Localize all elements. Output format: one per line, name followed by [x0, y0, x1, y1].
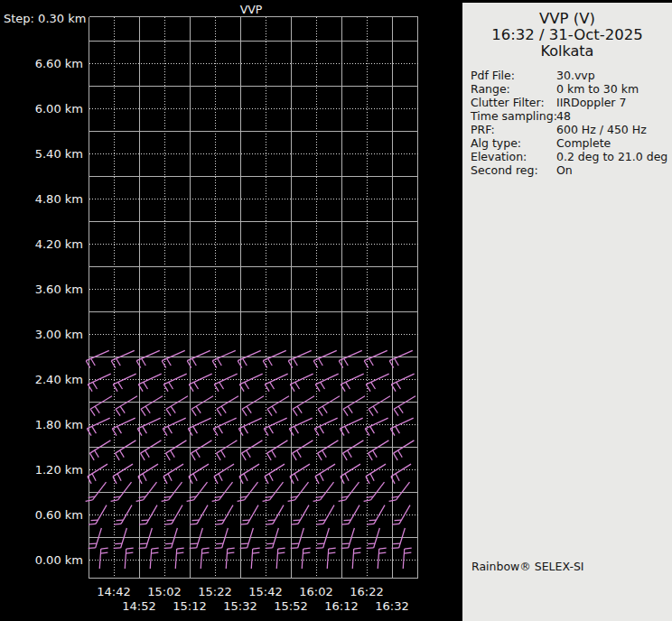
- wind-barb: [242, 440, 263, 460]
- wind-barb: [116, 396, 137, 416]
- x-axis-label: 15:22: [198, 585, 231, 598]
- wind-barb: [316, 528, 330, 548]
- wind-barb: [264, 418, 286, 436]
- wind-barb: [364, 482, 385, 501]
- wind-barb: [240, 528, 254, 548]
- detail-label: Elevation:: [471, 150, 556, 163]
- y-axis-label: 5.40 km: [5, 147, 83, 161]
- panel-details: Pdf File:30.vvpRange:0 km to 30 kmClutte…: [462, 69, 672, 177]
- wind-barb: [114, 528, 127, 548]
- y-axis-label: 0.60 km: [5, 508, 83, 522]
- wind-barb: [389, 350, 413, 367]
- wind-barb: [313, 482, 334, 501]
- wind-barb: [343, 440, 364, 460]
- wind-barb: [288, 350, 312, 367]
- detail-value: 48: [556, 109, 571, 123]
- panel-timestamp: 16:32 / 31-Oct-2025: [462, 27, 672, 43]
- vvp-wind-profile-chart: [0, 0, 462, 621]
- detail-label: Second reg:: [471, 163, 556, 177]
- y-axis-label: 1.80 km: [5, 418, 83, 431]
- wind-barb: [111, 482, 132, 501]
- wind-barb: [163, 418, 185, 436]
- wind-barb: [242, 396, 264, 416]
- y-axis-label: 6.00 km: [5, 102, 83, 116]
- wind-barb: [137, 418, 160, 436]
- wind-barb: [341, 528, 355, 548]
- wind-barb: [339, 350, 362, 367]
- wind-barb: [188, 418, 210, 436]
- wind-barb: [112, 418, 135, 436]
- detail-value: IIRDoppler 7: [556, 96, 626, 109]
- wind-barb: [366, 464, 386, 484]
- detail-row: Time sampling:48: [471, 109, 672, 123]
- wind-barb: [341, 374, 363, 391]
- x-axis-label: 15:52: [274, 599, 307, 613]
- detail-row: Alg type:Complete: [471, 136, 672, 150]
- wind-barb: [191, 440, 212, 460]
- wind-barb: [214, 374, 237, 391]
- y-axis-label: 6.60 km: [5, 57, 83, 70]
- y-axis-label: 2.40 km: [5, 373, 83, 386]
- y-axis-label: 1.20 km: [5, 463, 83, 477]
- brand-footer: Rainbow® SELEX-SI: [471, 560, 584, 573]
- wind-barb: [239, 374, 262, 391]
- wind-barb: [313, 350, 337, 367]
- wind-barb: [343, 396, 365, 416]
- wind-barb: [263, 482, 284, 501]
- wind-barb: [141, 440, 162, 460]
- wind-barb: [162, 482, 182, 501]
- detail-label: Time sampling:: [471, 109, 556, 123]
- y-axis-label: 3.60 km: [5, 283, 83, 296]
- wind-barb: [138, 374, 161, 391]
- wind-barb: [217, 440, 238, 460]
- wind-barb: [239, 464, 259, 484]
- detail-label: Alg type:: [471, 136, 556, 150]
- wind-barb: [318, 440, 339, 460]
- wind-barb: [89, 528, 102, 548]
- wind-barb: [238, 350, 261, 367]
- wind-barb: [217, 396, 238, 416]
- wind-barb: [290, 374, 313, 391]
- wind-barb: [289, 418, 312, 436]
- wind-barb: [392, 528, 406, 548]
- wind-barb: [390, 418, 413, 436]
- wind-barb: [293, 396, 314, 416]
- wind-barb: [138, 464, 158, 484]
- grid: [89, 17, 418, 579]
- wind-barb: [162, 350, 185, 367]
- wind-barb: [265, 464, 285, 484]
- detail-label: Pdf File:: [471, 69, 556, 82]
- panel-title: VVP (V): [462, 10, 672, 27]
- x-axis-label: 14:52: [122, 599, 155, 613]
- wind-barb: [113, 374, 135, 391]
- wind-barb: [369, 440, 389, 460]
- wind-barb: [364, 350, 387, 367]
- x-axis-label: 16:02: [299, 585, 332, 598]
- wind-barb: [315, 464, 335, 484]
- wind-barb: [276, 548, 285, 569]
- wind-barb: [175, 548, 183, 569]
- detail-label: Clutter Filter:: [471, 96, 556, 109]
- detail-value: 30.vvp: [556, 69, 595, 82]
- x-axis-label: 16:12: [324, 599, 358, 613]
- wind-barb: [263, 350, 286, 367]
- wind-barb: [190, 528, 203, 548]
- wind-barb: [394, 396, 415, 416]
- x-axis-label: 16:32: [375, 599, 408, 613]
- detail-value: 0 km to 30 km: [556, 82, 639, 96]
- wind-barb: [187, 350, 210, 367]
- wind-barb: [265, 374, 287, 391]
- x-axis-label: 15:02: [147, 585, 181, 598]
- wind-barb: [212, 350, 236, 367]
- wind-barb: [226, 548, 234, 569]
- wind-barb: [266, 528, 279, 548]
- detail-label: Range:: [471, 82, 556, 96]
- wind-barb: [341, 464, 360, 484]
- wind-barb: [391, 374, 414, 391]
- wind-barb: [391, 464, 411, 484]
- wind-barb: [111, 350, 135, 367]
- wind-barb: [394, 440, 415, 460]
- detail-value: 0.2 deg to 21.0 deg: [556, 150, 667, 163]
- wind-barb: [403, 548, 411, 569]
- wind-barb: [238, 418, 261, 436]
